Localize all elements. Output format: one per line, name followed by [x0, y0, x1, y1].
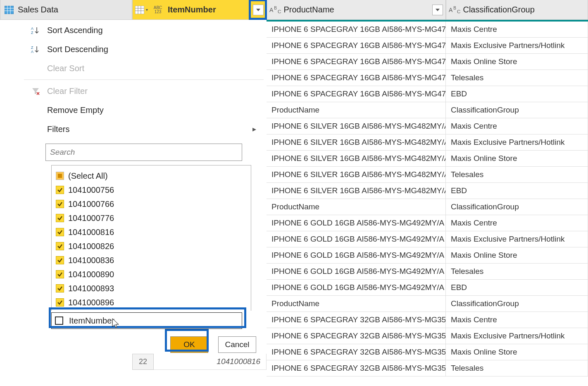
cell-productname[interactable]: IPHONE 6 GOLD 16GB AI586-MYS-MG492MY/A: [267, 264, 446, 280]
cell-productname[interactable]: IPHONE 6 SPACEGRAY 32GB AI586-MYS-MG352.…: [267, 328, 446, 344]
checkbox-checked-icon[interactable]: [56, 242, 64, 250]
table-row[interactable]: ProductNameClassificationGroup: [267, 102, 588, 118]
cell-productname[interactable]: IPHONE 6 SILVER 16GB AI586-MYS-MG482MY/A: [267, 134, 446, 151]
cell-classificationgroup[interactable]: Maxis Online Store: [446, 344, 588, 360]
cell-productname[interactable]: IPHONE 6 SPACEGRAY 16GB AI586-MYS-MG472.…: [267, 38, 446, 54]
table-row[interactable]: IPHONE 6 SPACEGRAY 32GB AI586-MYS-MG352.…: [267, 360, 588, 376]
cell-classificationgroup[interactable]: Maxis Centre: [446, 22, 588, 38]
filter-value-row[interactable]: 1041000893: [56, 281, 251, 295]
table-row[interactable]: IPHONE 6 GOLD 16GB AI586-MYS-MG492MY/ATe…: [267, 264, 588, 280]
cell-productname[interactable]: IPHONE 6 SPACEGRAY 16GB AI586-MYS-MG472.…: [267, 86, 446, 102]
column-header-classificationgroup[interactable]: ABC ClassificationGroup: [446, 0, 588, 20]
cell-classificationgroup[interactable]: EBD: [446, 86, 588, 102]
filter-value-row[interactable]: 1041000756: [56, 183, 251, 197]
filter-value-row[interactable]: 1041000896: [56, 295, 251, 309]
search-box[interactable]: [45, 144, 242, 161]
table-row[interactable]: IPHONE 6 SILVER 16GB AI586-MYS-MG482MY/A…: [267, 167, 588, 183]
table-row[interactable]: IPHONE 6 SPACEGRAY 16GB AI586-MYS-MG472.…: [267, 22, 588, 38]
query-name-header[interactable]: Sales Data: [0, 0, 132, 20]
cell-classificationgroup[interactable]: Maxis Centre: [446, 118, 588, 134]
table-row[interactable]: IPHONE 6 SILVER 16GB AI586-MYS-MG482MY/A…: [267, 134, 588, 151]
cell-classificationgroup[interactable]: EBD: [446, 280, 588, 296]
column-header-itemnumber[interactable]: ▾ ABC123 ItemNumber: [132, 0, 267, 20]
cell-classificationgroup[interactable]: EBD: [446, 183, 588, 199]
cell-classificationgroup[interactable]: Maxis Exclusive Partners/Hotlink: [446, 231, 588, 247]
column-header-productname[interactable]: ABC ProductName: [267, 0, 446, 20]
unchecked-value-row[interactable]: ItemNumber: [51, 312, 242, 329]
table-row[interactable]: IPHONE 6 SPACEGRAY 32GB AI586-MYS-MG352.…: [267, 344, 588, 360]
cell-productname[interactable]: IPHONE 6 SPACEGRAY 32GB AI586-MYS-MG352.…: [267, 344, 446, 360]
cancel-button[interactable]: Cancel: [218, 336, 256, 353]
table-row[interactable]: IPHONE 6 GOLD 16GB AI586-MYS-MG492MY/AMa…: [267, 231, 588, 247]
cell-classificationgroup[interactable]: ClassificationGroup: [446, 296, 588, 312]
table-row[interactable]: IPHONE 6 SPACEGRAY 16GB AI586-MYS-MG472.…: [267, 54, 588, 70]
filter-value-row[interactable]: 1041000836: [56, 253, 251, 267]
row-number-cell[interactable]: 22: [132, 354, 154, 370]
cell-classificationgroup[interactable]: Telesales: [446, 70, 588, 86]
cell-classificationgroup[interactable]: Maxis Centre: [446, 215, 588, 231]
checkbox-checked-icon[interactable]: [56, 214, 64, 222]
cell-classificationgroup[interactable]: Maxis Online Store: [446, 247, 588, 264]
cell-classificationgroup[interactable]: Maxis Exclusive Partners/Hotlink: [446, 38, 588, 54]
filter-value-row[interactable]: 1041000826: [56, 239, 251, 253]
cell-classificationgroup[interactable]: Maxis Online Store: [446, 151, 588, 167]
table-row[interactable]: ProductNameClassificationGroup: [267, 199, 588, 215]
cell-productname[interactable]: IPHONE 6 GOLD 16GB AI586-MYS-MG492MY/A: [267, 247, 446, 264]
filter-values-list[interactable]: (Select All)1041000756104100076610410007…: [52, 165, 251, 311]
cell-classificationgroup[interactable]: ClassificationGroup: [446, 199, 588, 215]
table-row[interactable]: ProductNameClassificationGroup: [267, 296, 588, 312]
cell-classificationgroup[interactable]: Telesales: [446, 360, 588, 376]
cell-classificationgroup[interactable]: ClassificationGroup: [446, 102, 588, 118]
filter-value-row[interactable]: (Select All): [56, 169, 251, 183]
remove-empty-item[interactable]: Remove Empty: [24, 101, 264, 120]
cell-productname[interactable]: IPHONE 6 GOLD 16GB AI586-MYS-MG492MY/A: [267, 231, 446, 247]
cell-productname[interactable]: IPHONE 6 GOLD 16GB AI586-MYS-MG492MY/A: [267, 280, 446, 296]
table-row[interactable]: IPHONE 6 GOLD 16GB AI586-MYS-MG492MY/AMa…: [267, 247, 588, 264]
cell-classificationgroup[interactable]: Maxis Exclusive Partners/Hotlink: [446, 134, 588, 151]
checkbox-partial-icon[interactable]: [56, 172, 64, 180]
sort-ascending-item[interactable]: AZ Sort Ascending: [24, 21, 264, 40]
cell-classificationgroup[interactable]: Maxis Online Store: [446, 54, 588, 70]
cell-productname[interactable]: IPHONE 6 SILVER 16GB AI586-MYS-MG482MY/A: [267, 118, 446, 134]
table-row[interactable]: IPHONE 6 SPACEGRAY 32GB AI586-MYS-MG352.…: [267, 312, 588, 328]
filter-value-row[interactable]: 1041000766: [56, 197, 251, 211]
checkbox-checked-icon[interactable]: [56, 228, 64, 236]
cell-productname[interactable]: IPHONE 6 SILVER 16GB AI586-MYS-MG482MY/A: [267, 167, 446, 183]
cell-productname[interactable]: IPHONE 6 SPACEGRAY 16GB AI586-MYS-MG472.…: [267, 22, 446, 38]
checkbox-checked-icon[interactable]: [56, 256, 64, 264]
cell-classificationgroup[interactable]: Telesales: [446, 264, 588, 280]
cell-productname[interactable]: IPHONE 6 SILVER 16GB AI586-MYS-MG482MY/A: [267, 151, 446, 167]
filter-dropdown-button[interactable]: [432, 5, 443, 15]
table-row[interactable]: IPHONE 6 SILVER 16GB AI586-MYS-MG482MY/A…: [267, 183, 588, 199]
search-input[interactable]: [50, 148, 242, 157]
cell-productname[interactable]: ProductName: [267, 296, 446, 312]
filter-value-row[interactable]: 1041000776: [56, 211, 251, 225]
cell-productname[interactable]: IPHONE 6 SPACEGRAY 32GB AI586-MYS-MG352.…: [267, 360, 446, 376]
table-row[interactable]: IPHONE 6 GOLD 16GB AI586-MYS-MG492MY/AMa…: [267, 215, 588, 231]
table-row[interactable]: IPHONE 6 SILVER 16GB AI586-MYS-MG482MY/A…: [267, 118, 588, 134]
cell-classificationgroup[interactable]: Telesales: [446, 167, 588, 183]
cell-productname[interactable]: IPHONE 6 SPACEGRAY 32GB AI586-MYS-MG352.…: [267, 312, 446, 328]
filter-dropdown-button[interactable]: [253, 5, 264, 15]
row-item-cell[interactable]: 1041000816: [154, 354, 267, 370]
table-row[interactable]: IPHONE 6 SPACEGRAY 16GB AI586-MYS-MG472.…: [267, 38, 588, 54]
cell-productname[interactable]: ProductName: [267, 199, 446, 215]
cell-productname[interactable]: IPHONE 6 SILVER 16GB AI586-MYS-MG482MY/A: [267, 183, 446, 199]
filter-value-row[interactable]: 1041000890: [56, 267, 251, 281]
table-row[interactable]: IPHONE 6 SPACEGRAY 16GB AI586-MYS-MG472.…: [267, 86, 588, 102]
cell-productname[interactable]: IPHONE 6 SPACEGRAY 16GB AI586-MYS-MG472.…: [267, 70, 446, 86]
table-row[interactable]: IPHONE 6 SPACEGRAY 16GB AI586-MYS-MG472.…: [267, 70, 588, 86]
cell-classificationgroup[interactable]: Maxis Centre: [446, 312, 588, 328]
ok-button[interactable]: OK: [170, 336, 208, 353]
cell-productname[interactable]: IPHONE 6 GOLD 16GB AI586-MYS-MG492MY/A: [267, 215, 446, 231]
filters-submenu-item[interactable]: Filters ▸: [24, 120, 264, 139]
checkbox-checked-icon[interactable]: [56, 298, 64, 307]
table-row[interactable]: IPHONE 6 SPACEGRAY 32GB AI586-MYS-MG352.…: [267, 328, 588, 344]
dropdown-icon[interactable]: ▾: [146, 7, 148, 12]
cell-productname[interactable]: IPHONE 6 SPACEGRAY 16GB AI586-MYS-MG472.…: [267, 54, 446, 70]
cell-productname[interactable]: ProductName: [267, 102, 446, 118]
checkbox-checked-icon[interactable]: [56, 186, 64, 194]
table-row[interactable]: IPHONE 6 SILVER 16GB AI586-MYS-MG482MY/A…: [267, 151, 588, 167]
table-row[interactable]: IPHONE 6 GOLD 16GB AI586-MYS-MG492MY/AEB…: [267, 280, 588, 296]
sort-descending-item[interactable]: ZA Sort Descending: [24, 40, 264, 59]
